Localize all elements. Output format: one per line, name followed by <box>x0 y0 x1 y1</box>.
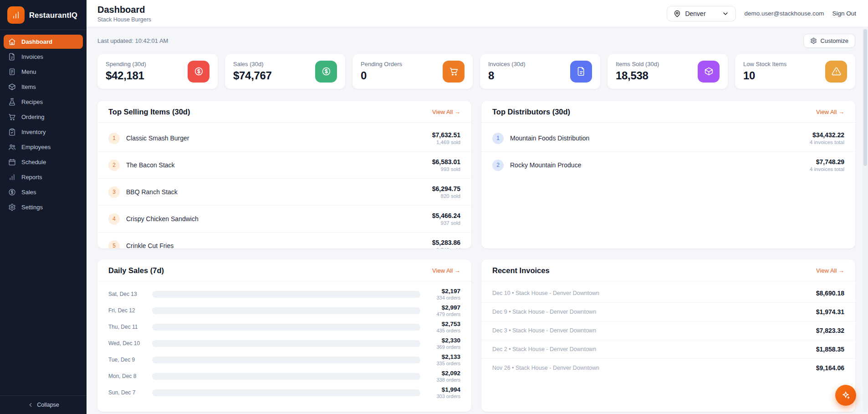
sales-bar-track <box>152 389 420 396</box>
chevron-left-icon <box>27 402 34 408</box>
sidebar-item-sales[interactable]: Sales <box>4 185 83 199</box>
location-select[interactable]: Denver <box>667 6 736 21</box>
recent-invoices-list: Dec 10 • Stack House - Denver Downtown$8… <box>481 281 855 380</box>
top-selling-list: 1Classic Smash Burger$7,632.511,469 sold… <box>97 123 471 248</box>
day-orders: 335 orders <box>428 361 460 366</box>
sales-bar-track <box>152 340 420 347</box>
day-orders: 303 orders <box>428 393 460 399</box>
sales-bar-track <box>152 291 420 298</box>
item-amount: $7,748.29 <box>810 158 844 166</box>
location-value: Denver <box>685 10 718 17</box>
daily-sales-row: Fri, Dec 12$2,997479 orders <box>108 302 460 319</box>
page-subtitle: Stack House Burgers <box>97 16 151 23</box>
invoice-label: Dec 10 • Stack House - Denver Downtown <box>492 290 599 296</box>
sidebar-item-label: Items <box>21 83 36 90</box>
day-orders: 435 orders <box>428 328 460 333</box>
top-distributors-list: 1Mountain Foods Distribution$34,432.224 … <box>481 123 855 181</box>
item-name: Crinkle Cut Fries <box>126 242 432 248</box>
collapse-label: Collapse <box>37 402 59 408</box>
dashboard-content: Last updated: 10:42:01 AM Customize Spen… <box>87 27 868 414</box>
invoice-icon <box>570 61 592 83</box>
invoice-label: Dec 3 • Stack House - Denver Downtown <box>492 327 596 334</box>
day-amount: $2,997 <box>428 304 460 311</box>
customize-button[interactable]: Customize <box>803 34 855 48</box>
daily-sales-row: Mon, Dec 8$2,092338 orders <box>108 368 460 384</box>
calendar-icon <box>8 158 16 166</box>
sidebar-item-dashboard[interactable]: Dashboard <box>4 35 83 49</box>
rank-badge: 1 <box>492 133 504 144</box>
top-selling-view-all-link[interactable]: View All → <box>432 109 460 115</box>
customize-label: Customize <box>821 37 848 44</box>
day-label: Sun, Dec 7 <box>108 389 152 396</box>
rank-badge: 4 <box>108 213 120 225</box>
item-name: Classic Smash Burger <box>126 135 432 142</box>
invoice-row: Dec 9 • Stack House - Denver Downtown$1,… <box>481 303 855 321</box>
item-sub: 993 sold <box>432 166 460 172</box>
top-distributors-view-all-link[interactable]: View All → <box>816 109 844 115</box>
item-amount: $6,294.75 <box>432 185 460 192</box>
sidebar-item-recipes[interactable]: Recipes <box>4 95 83 109</box>
invoice-row: Nov 26 • Stack House - Denver Downtown$9… <box>481 359 855 377</box>
app-logo: RestaurantIQ <box>0 0 87 30</box>
sign-out-link[interactable]: Sign Out <box>832 10 856 17</box>
stat-card: Spending (30d)$42,181 <box>97 54 218 89</box>
daily-sales-row: Thu, Dec 11$2,753435 orders <box>108 319 460 335</box>
day-amount: $2,133 <box>428 353 460 360</box>
item-name: Crispy Chicken Sandwich <box>126 215 432 223</box>
stat-label: Invoices (30d) <box>488 61 526 67</box>
main-scrollbar[interactable] <box>863 28 868 412</box>
sidebar-item-settings[interactable]: Settings <box>4 200 83 214</box>
sidebar-item-label: Employees <box>21 144 51 150</box>
sidebar-item-invoices[interactable]: Invoices <box>4 50 83 64</box>
stat-label: Low Stock Items <box>743 61 786 67</box>
flask-icon <box>8 98 16 106</box>
sidebar-item-inventory[interactable]: Inventory <box>4 125 83 139</box>
daily-sales-view-all-link[interactable]: View All → <box>432 267 460 274</box>
sidebar: RestaurantIQ DashboardInvoicesMenuItemsR… <box>0 0 87 414</box>
invoice-amount: $7,823.32 <box>816 327 844 334</box>
dollar-circle-icon <box>188 61 209 83</box>
item-amount: $6,583.01 <box>432 158 460 166</box>
stat-label: Sales (30d) <box>233 61 272 67</box>
sidebar-item-label: Sales <box>21 189 36 196</box>
home-icon <box>8 38 16 46</box>
assistant-fab-button[interactable] <box>835 385 856 406</box>
invoice-row: Dec 2 • Stack House - Denver Downtown$1,… <box>481 340 855 359</box>
sidebar-item-menu[interactable]: Menu <box>4 65 83 79</box>
app-name: RestaurantIQ <box>29 11 77 20</box>
sidebar-item-items[interactable]: Items <box>4 80 83 94</box>
item-name: Rocky Mountain Produce <box>510 161 810 169</box>
cart-icon <box>8 113 16 121</box>
page-title: Dashboard <box>97 5 151 15</box>
invoice-amount: $1,974.31 <box>816 308 844 316</box>
dollar-circle-icon <box>315 61 337 83</box>
location-pin-icon <box>674 10 681 17</box>
sidebar-item-schedule[interactable]: Schedule <box>4 155 83 169</box>
day-amount: $2,092 <box>428 370 460 377</box>
sidebar-collapse-button[interactable]: Collapse <box>0 395 87 414</box>
daily-sales-row: Sun, Dec 7$1,994303 orders <box>108 384 460 401</box>
warning-triangle-icon <box>825 61 847 83</box>
list-item: 1Mountain Foods Distribution$34,432.224 … <box>481 125 855 152</box>
recent-invoices-view-all-link[interactable]: View All → <box>816 267 844 274</box>
invoice-row: Dec 3 • Stack House - Denver Downtown$7,… <box>481 321 855 340</box>
sidebar-item-ordering[interactable]: Ordering <box>4 110 83 124</box>
main-area: Dashboard Stack House Burgers Denver dem… <box>87 0 868 414</box>
stat-value: $74,767 <box>233 69 272 82</box>
scrollbar-thumb[interactable] <box>863 29 867 166</box>
invoice-row: Dec 10 • Stack House - Denver Downtown$8… <box>481 284 855 303</box>
sidebar-item-label: Recipes <box>21 98 43 105</box>
day-amount: $2,330 <box>428 337 460 344</box>
stat-label: Pending Orders <box>361 61 402 67</box>
stat-card: Invoices (30d)8 <box>480 54 600 89</box>
sales-bar-track <box>152 357 420 363</box>
stat-label: Spending (30d) <box>106 61 146 67</box>
sidebar-item-label: Settings <box>21 204 43 211</box>
day-amount: $2,197 <box>428 288 460 295</box>
sidebar-item-reports[interactable]: Reports <box>4 170 83 184</box>
stat-value: 0 <box>361 69 402 82</box>
sidebar-item-employees[interactable]: Employees <box>4 140 83 154</box>
item-amount: $34,432.22 <box>810 131 844 139</box>
item-sub: 2,748 sold <box>432 247 460 248</box>
bar-chart-icon <box>8 173 16 181</box>
